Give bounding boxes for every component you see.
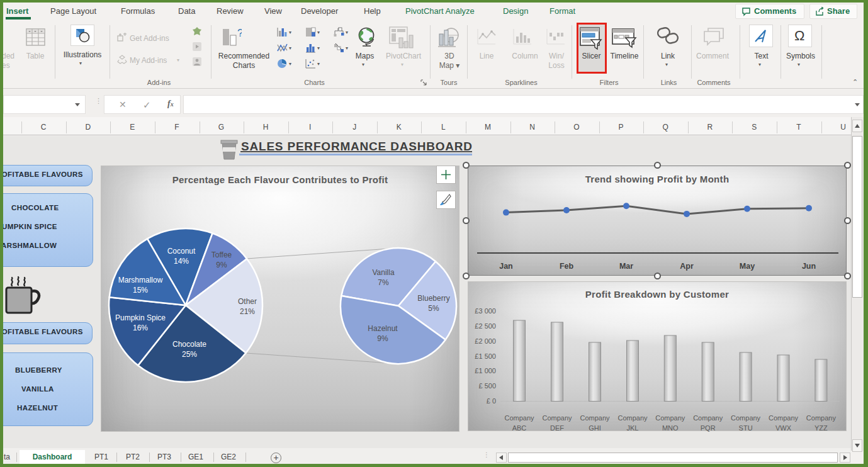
svg-text:£3 000: £3 000 bbox=[475, 307, 496, 315]
svg-text:Feb: Feb bbox=[560, 262, 574, 271]
svg-text:JKL: JKL bbox=[627, 424, 639, 432]
svg-text:YZZ: YZZ bbox=[814, 424, 828, 432]
svg-text:£2 500: £2 500 bbox=[475, 322, 496, 330]
svg-text:£1 000: £1 000 bbox=[475, 367, 496, 374]
svg-text:Company: Company bbox=[806, 414, 837, 422]
svg-text:Other: Other bbox=[238, 297, 257, 306]
svg-text:Marshmallow: Marshmallow bbox=[118, 276, 163, 284]
svg-text:MNO: MNO bbox=[662, 424, 679, 432]
svg-text:7%: 7% bbox=[378, 278, 389, 287]
svg-text:25%: 25% bbox=[182, 350, 197, 359]
svg-text:Jun: Jun bbox=[802, 262, 816, 271]
svg-text:May: May bbox=[740, 262, 755, 271]
svg-text:Chocolate: Chocolate bbox=[172, 340, 206, 349]
svg-text:Coconut: Coconut bbox=[167, 247, 196, 256]
svg-text:Company: Company bbox=[617, 414, 648, 422]
svg-text:Company: Company bbox=[769, 414, 799, 422]
svg-text:9%: 9% bbox=[216, 261, 227, 269]
svg-text:Hazelnut: Hazelnut bbox=[368, 324, 398, 333]
svg-text:£ 500: £ 500 bbox=[478, 382, 496, 390]
svg-text:15%: 15% bbox=[133, 286, 148, 295]
svg-text:Apr: Apr bbox=[680, 262, 694, 271]
svg-text:Company: Company bbox=[542, 414, 572, 422]
svg-text:VWX: VWX bbox=[775, 424, 792, 432]
svg-text:21%: 21% bbox=[240, 307, 255, 316]
svg-text:Mar: Mar bbox=[619, 262, 633, 271]
svg-text:DEF: DEF bbox=[550, 424, 564, 432]
svg-text:5%: 5% bbox=[428, 304, 439, 313]
svg-text:Toffee: Toffee bbox=[211, 250, 232, 259]
svg-text:14%: 14% bbox=[174, 257, 189, 266]
svg-text:GHI: GHI bbox=[589, 424, 601, 432]
svg-text:Pumpkin Spice: Pumpkin Spice bbox=[115, 313, 166, 322]
svg-text:Jan: Jan bbox=[499, 262, 513, 271]
svg-text:£2 000: £2 000 bbox=[475, 337, 496, 345]
svg-text:£ 0: £ 0 bbox=[487, 397, 496, 405]
svg-text:16%: 16% bbox=[133, 324, 148, 332]
svg-text:Company: Company bbox=[731, 414, 761, 422]
svg-text:PQR: PQR bbox=[701, 424, 716, 432]
svg-text:£1 500: £1 500 bbox=[475, 352, 496, 360]
svg-text:Company: Company bbox=[655, 414, 685, 422]
svg-text:ABC: ABC bbox=[512, 424, 527, 432]
svg-text:9%: 9% bbox=[377, 334, 388, 343]
svg-text:Company: Company bbox=[504, 414, 534, 422]
svg-text:STU: STU bbox=[739, 424, 753, 432]
svg-text:?: ? bbox=[237, 27, 242, 39]
svg-text:Company: Company bbox=[580, 414, 610, 422]
svg-text:Company: Company bbox=[693, 414, 723, 422]
svg-text:Blueberry: Blueberry bbox=[417, 294, 449, 303]
svg-text:Vanilla: Vanilla bbox=[372, 268, 394, 277]
